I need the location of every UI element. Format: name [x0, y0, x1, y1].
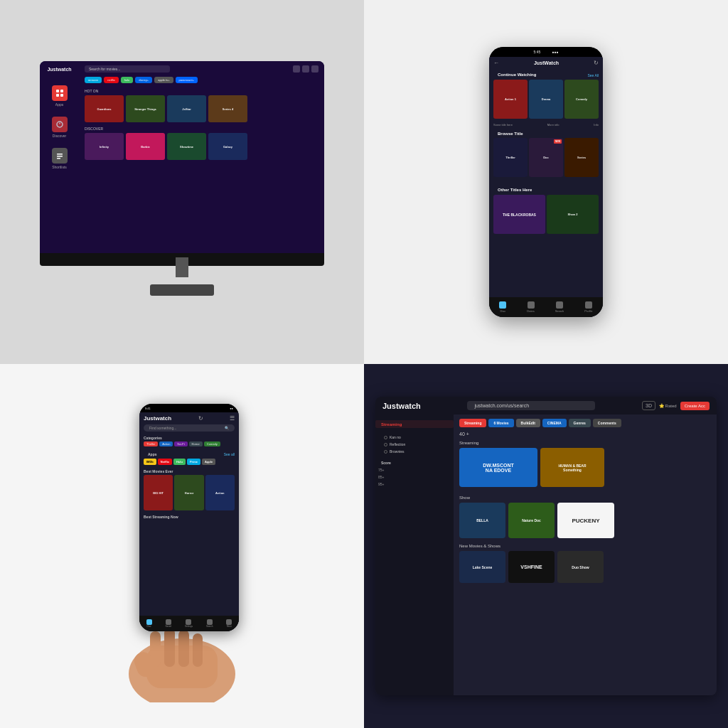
android-movie-7-inner: THE BLACKROBAS	[493, 195, 545, 234]
android-movie-7[interactable]: THE BLACKROBAS	[493, 195, 545, 234]
desktop-search[interactable]: justwatch.com/us/search	[467, 401, 595, 410]
tv-movie-7[interactable]: Showtime	[167, 133, 206, 160]
desktop-movie-7[interactable]: VSHFINE	[508, 551, 555, 583]
desktop-movie-2[interactable]: HUMAN & BEARSomething	[540, 448, 604, 487]
android-nav-2[interactable]: Dates	[527, 301, 534, 313]
iphone-movie-3[interactable]: Action	[205, 475, 235, 510]
desktop-header-right: 3D ⭐ Rated Create Acc	[642, 401, 710, 410]
iphone-see-all[interactable]: See all	[224, 451, 235, 458]
iphone-refresh-icon[interactable]: ↻	[198, 415, 203, 422]
android-section1-title: Continue Watching	[493, 70, 540, 78]
android-movie-4[interactable]: Thriller	[493, 138, 528, 177]
cat-thriller[interactable]: Thriller	[144, 441, 158, 446]
tv-nav-shortlists[interactable]: Shortlists	[52, 148, 68, 169]
tab-genres[interactable]: Genres	[569, 419, 591, 427]
provider-apple[interactable]: apple tv+	[154, 77, 173, 83]
provider-hulu[interactable]: hulu	[121, 77, 134, 83]
tv-movie-6-inner: Barbie	[126, 133, 165, 160]
create-account-button[interactable]: Create Acc	[680, 402, 710, 410]
provider-amazon[interactable]: amazon	[85, 77, 102, 83]
tv-screen: Justwatch Apps Discover	[40, 61, 324, 253]
android-movie-2[interactable]: Drama	[529, 80, 563, 119]
tv-movie-6[interactable]: Barbie	[126, 133, 165, 160]
tv-movie-8[interactable]: Galaxy	[208, 133, 247, 160]
tv-nav-discover[interactable]: Discover	[52, 117, 68, 138]
iphone-movie-3-inner: Action	[205, 475, 235, 510]
android-nav-1[interactable]: Disc	[499, 301, 506, 313]
iphone-nav-2[interactable]: Saved	[166, 619, 172, 628]
iphone-search[interactable]: Find something... 🔍	[144, 424, 235, 432]
desktop-movie-6[interactable]: Lake Scene	[459, 551, 505, 583]
tv-provider-row: amazon netflix hulu disney+ apple tv+ pa…	[85, 77, 318, 83]
desktop-score-2[interactable]: 85+	[375, 473, 454, 481]
desktop-movie-1[interactable]: DW.MSCONTNA EDOVE	[459, 448, 537, 487]
desktop-score-3[interactable]: 95+	[375, 481, 454, 488]
tab-comments[interactable]: Comments	[593, 419, 621, 427]
desktop-movie-4[interactable]: Nature Doc	[508, 503, 555, 538]
provider-paramount[interactable]: paramount+	[176, 77, 198, 83]
android-nav-4[interactable]: Profile	[584, 301, 592, 313]
cat-action[interactable]: Action	[159, 441, 173, 446]
desktop-movie-5[interactable]: PUCKENY	[557, 503, 614, 538]
back-button-q2[interactable]: ←	[493, 60, 499, 66]
provider-hulu-q3[interactable]: Hulu	[173, 459, 186, 465]
cat-scifi[interactable]: Sci-Fi	[174, 441, 187, 446]
tv-movie-1[interactable]: Guardians	[85, 95, 124, 122]
android-movie-8-inner: Show 2	[547, 195, 599, 234]
desktop-movie-3[interactable]: BELLA	[459, 503, 505, 538]
tv-movie-2-inner: Stranger Things	[126, 95, 165, 122]
tv-movie-3[interactable]: JoStar	[167, 95, 206, 122]
android-movie-5[interactable]: NEW Doc	[529, 138, 563, 177]
provider-imdb-q3[interactable]: IMDb	[144, 459, 156, 465]
tv-nav-apps[interactable]: Apps	[52, 85, 68, 107]
tv-movie-5[interactable]: Infinity	[85, 133, 124, 160]
iphone-nav-4[interactable]: Search	[206, 619, 213, 628]
tv-content-area: Search for movies... amazon netflix hulu…	[79, 61, 324, 253]
android-movie-1[interactable]: Action 1	[493, 80, 528, 119]
tv-movie-2[interactable]: Stranger Things	[126, 95, 165, 122]
tab-streaming[interactable]: Streaming	[459, 419, 486, 427]
android-movies-2: Thriller NEW Doc Series	[489, 138, 603, 180]
tv-search[interactable]: Search for movies...	[85, 65, 170, 73]
cat-comedy[interactable]: Comedy	[204, 441, 220, 446]
cat-horror[interactable]: Horror	[189, 441, 203, 446]
iphone-movie-2[interactable]: Horror	[174, 475, 203, 510]
android-movie-8[interactable]: Show 2	[547, 195, 599, 234]
refresh-icon-q2[interactable]: ↻	[594, 60, 599, 66]
tab-movies[interactable]: 6 Movies	[488, 419, 513, 427]
tab-cinema[interactable]: CINEMA	[542, 419, 567, 427]
provider-disney[interactable]: disney+	[135, 77, 152, 83]
provider-prime-q3[interactable]: Prime	[187, 459, 200, 465]
desktop-movie-8[interactable]: Duo Show	[557, 551, 604, 583]
desktop-score-1[interactable]: 75+	[375, 466, 454, 473]
iphone-nav-3[interactable]: Settings	[185, 619, 193, 628]
android-nav-3[interactable]: Search	[555, 301, 564, 313]
tv-movie-row-2: Infinity Barbie Showtime Galaxy	[85, 133, 318, 160]
iphone-nav-1[interactable]: Disc	[146, 619, 152, 628]
quadrant-tv: Justwatch Apps Discover	[0, 0, 364, 364]
android-movie-3[interactable]: Comedy	[564, 80, 599, 119]
android-nav-1-label: Disc	[500, 309, 506, 313]
android-movies-3: THE BLACKROBAS Show 2	[489, 195, 603, 237]
desktop-score-label: Score	[375, 458, 454, 466]
rated-button[interactable]: ⭐ Rated	[659, 403, 677, 408]
provider-apple-q3[interactable]: Apple	[202, 459, 215, 465]
provider-netflix[interactable]: netflix	[104, 77, 118, 83]
iphone-nav-3-label: Settings	[185, 625, 193, 628]
desktop-filter-2[interactable]: Reflection	[381, 441, 448, 448]
android-movie-6[interactable]: Series	[564, 138, 599, 177]
android-see-all-1[interactable]: See All	[587, 70, 599, 78]
tab-bulkedit[interactable]: BulkEdIt	[516, 419, 540, 427]
iphone-menu-icon[interactable]: ☰	[230, 415, 235, 422]
desktop-filter-1[interactable]: Kan no	[381, 434, 448, 441]
iphone-movie-1[interactable]: BIG HIT	[144, 475, 173, 510]
provider-netflix-q3[interactable]: Netflix	[158, 459, 172, 465]
android-notch: 5:45 ●●●	[489, 47, 603, 57]
iphone-nav-4-label: Search	[206, 625, 213, 628]
iphone-nav-5[interactable]: More	[226, 619, 232, 628]
desktop-filter-streaming-title[interactable]: Streaming	[375, 420, 454, 428]
desktop-filter-3[interactable]: Brownies	[381, 448, 448, 455]
3d-button[interactable]: 3D	[642, 401, 655, 410]
quadrant-iphone: 9:41 ●● Justwatch ↻ ☰ Find something... …	[0, 364, 364, 728]
tv-movie-4[interactable]: Series 4	[208, 95, 247, 122]
